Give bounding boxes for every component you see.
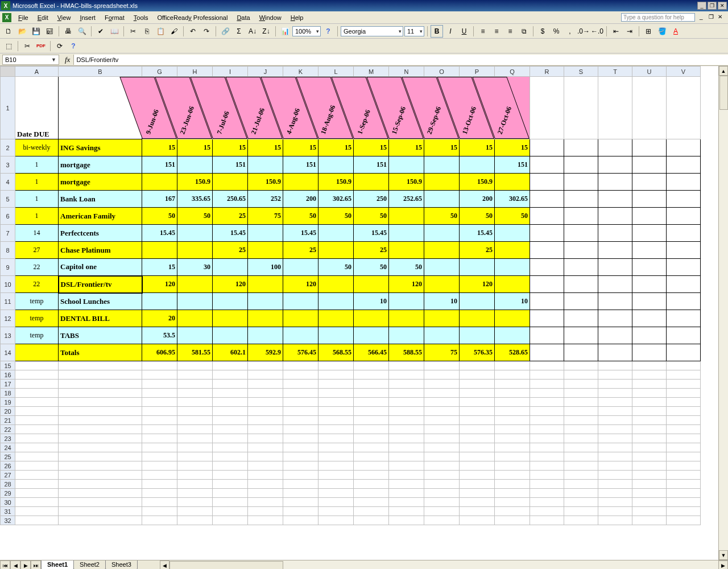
italic-icon[interactable]: I bbox=[444, 25, 457, 38]
cell-P26[interactable] bbox=[460, 461, 495, 471]
cell-M25[interactable] bbox=[354, 452, 389, 461]
cell-O31[interactable] bbox=[424, 507, 460, 516]
cell-T7[interactable] bbox=[598, 225, 632, 242]
cell-I26[interactable] bbox=[213, 461, 248, 471]
menu-view[interactable]: View bbox=[53, 13, 76, 22]
crop-icon[interactable]: ✂ bbox=[21, 40, 34, 52]
cell-N18[interactable] bbox=[389, 389, 424, 398]
new-icon[interactable]: 🗋 bbox=[2, 25, 15, 38]
cell-I30[interactable] bbox=[213, 498, 248, 507]
cell-K7[interactable]: 15.45 bbox=[283, 225, 318, 242]
cell-Q11[interactable]: 10 bbox=[495, 293, 530, 310]
cell-U32[interactable] bbox=[632, 516, 667, 525]
cell-A1[interactable]: Date DUE bbox=[15, 77, 59, 139]
cell-S7[interactable] bbox=[564, 225, 598, 242]
row-header-4[interactable]: 4 bbox=[1, 174, 15, 191]
cell-N10[interactable]: 120 bbox=[389, 276, 424, 293]
cell-B6[interactable]: American Family bbox=[59, 208, 142, 225]
cell-V18[interactable] bbox=[667, 389, 701, 398]
cell-L4[interactable]: 150.9 bbox=[318, 174, 354, 191]
cell-T8[interactable] bbox=[598, 242, 632, 259]
cell-H17[interactable] bbox=[177, 380, 213, 389]
cell-I22[interactable] bbox=[213, 425, 248, 434]
cell-N2[interactable]: 15 bbox=[389, 139, 424, 156]
cell-A25[interactable] bbox=[15, 452, 59, 461]
cell-I14[interactable]: 602.1 bbox=[213, 344, 248, 361]
cell-O9[interactable] bbox=[424, 259, 460, 276]
cell-I18[interactable] bbox=[213, 389, 248, 398]
cell-P16[interactable] bbox=[460, 370, 495, 380]
cell-V11[interactable] bbox=[667, 293, 701, 310]
cell-M31[interactable] bbox=[354, 507, 389, 516]
cell-V31[interactable] bbox=[667, 507, 701, 516]
cell-L7[interactable] bbox=[318, 225, 354, 242]
cell-Q18[interactable] bbox=[495, 389, 530, 398]
cell-S9[interactable] bbox=[564, 259, 598, 276]
cell-J10[interactable] bbox=[248, 276, 283, 293]
align-left-icon[interactable]: ≡ bbox=[477, 25, 489, 38]
cell-P28[interactable] bbox=[460, 480, 495, 489]
column-header-N[interactable]: N bbox=[389, 67, 424, 77]
menu-edit[interactable]: Edit bbox=[33, 13, 53, 22]
cell-L21[interactable] bbox=[318, 416, 354, 425]
cell-V24[interactable] bbox=[667, 443, 701, 452]
cell-I6[interactable]: 25 bbox=[213, 208, 248, 225]
cell-U2[interactable] bbox=[632, 139, 667, 156]
cell-B3[interactable]: mortgage bbox=[59, 156, 142, 174]
cell-R29[interactable] bbox=[530, 489, 564, 498]
cell-K25[interactable] bbox=[283, 452, 318, 461]
menu-tools[interactable]: Tools bbox=[129, 13, 153, 22]
cell-P11[interactable] bbox=[460, 293, 495, 310]
cell-A30[interactable] bbox=[15, 498, 59, 507]
cell-T5[interactable] bbox=[598, 191, 632, 208]
restore-button[interactable]: ❐ bbox=[708, 2, 717, 10]
cell-L23[interactable] bbox=[318, 434, 354, 443]
cell-H13[interactable] bbox=[177, 327, 213, 344]
cell-M10[interactable] bbox=[354, 276, 389, 293]
cell-T14[interactable] bbox=[598, 344, 632, 361]
cell-N15[interactable] bbox=[389, 361, 424, 370]
cell-O6[interactable]: 50 bbox=[424, 208, 460, 225]
date-header-10[interactable]: 27-Oct-06 bbox=[495, 77, 530, 139]
cell-N25[interactable] bbox=[389, 452, 424, 461]
tab-nav-first[interactable]: ⏮ bbox=[0, 560, 10, 569]
cell-R16[interactable] bbox=[530, 370, 564, 380]
cell-M28[interactable] bbox=[354, 480, 389, 489]
cell-S6[interactable] bbox=[564, 208, 598, 225]
cell-Q8[interactable] bbox=[495, 242, 530, 259]
cell-I4[interactable] bbox=[213, 174, 248, 191]
cell-N21[interactable] bbox=[389, 416, 424, 425]
worksheet-area[interactable]: ABGHIJKLMNOPQRSTUV1Date DUE9-Jun-0623-Ju… bbox=[0, 66, 728, 560]
cell-R1[interactable] bbox=[530, 77, 564, 139]
cell-P31[interactable] bbox=[460, 507, 495, 516]
cell-L5[interactable]: 302.65 bbox=[318, 191, 354, 208]
column-header-M[interactable]: M bbox=[354, 67, 389, 77]
cell-K17[interactable] bbox=[283, 380, 318, 389]
cell-U9[interactable] bbox=[632, 259, 667, 276]
cell-V13[interactable] bbox=[667, 327, 701, 344]
cell-Q31[interactable] bbox=[495, 507, 530, 516]
cell-N31[interactable] bbox=[389, 507, 424, 516]
cell-T16[interactable] bbox=[598, 370, 632, 380]
menu-help[interactable]: Help bbox=[286, 13, 308, 22]
cell-J15[interactable] bbox=[248, 361, 283, 370]
cell-T27[interactable] bbox=[598, 471, 632, 480]
cell-P29[interactable] bbox=[460, 489, 495, 498]
cell-R32[interactable] bbox=[530, 516, 564, 525]
row-header-6[interactable]: 6 bbox=[1, 208, 15, 225]
cell-H20[interactable] bbox=[177, 407, 213, 416]
cell-O5[interactable] bbox=[424, 191, 460, 208]
cell-O19[interactable] bbox=[424, 398, 460, 407]
cell-A17[interactable] bbox=[15, 380, 59, 389]
cell-J4[interactable]: 150.9 bbox=[248, 174, 283, 191]
cell-B25[interactable] bbox=[59, 452, 142, 461]
cell-R12[interactable] bbox=[530, 310, 564, 327]
cell-P10[interactable]: 120 bbox=[460, 276, 495, 293]
cell-U31[interactable] bbox=[632, 507, 667, 516]
cell-G29[interactable] bbox=[142, 489, 177, 498]
cell-O10[interactable] bbox=[424, 276, 460, 293]
cell-M2[interactable]: 15 bbox=[354, 139, 389, 156]
cell-J20[interactable] bbox=[248, 407, 283, 416]
cell-N6[interactable] bbox=[389, 208, 424, 225]
cell-H25[interactable] bbox=[177, 452, 213, 461]
